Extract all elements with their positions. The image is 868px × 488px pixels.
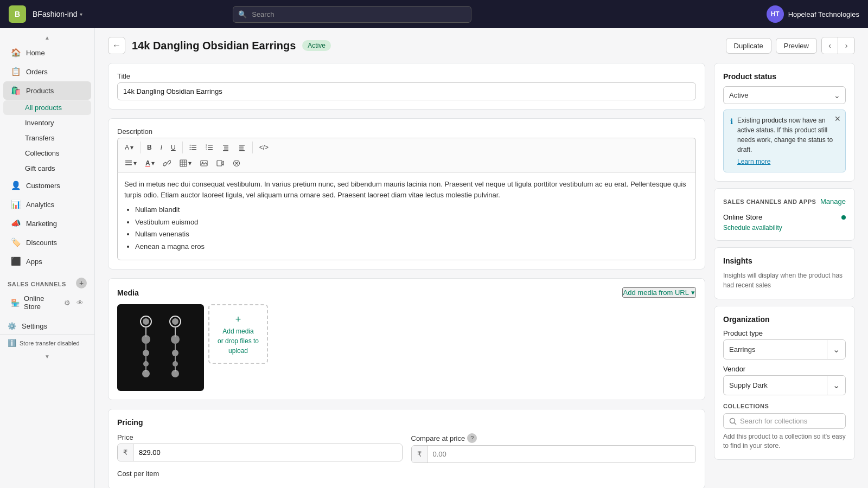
info-circle-icon: ℹ️: [8, 339, 16, 347]
compare-price-col: Compare at price ? ₹: [411, 433, 697, 463]
next-product-button[interactable]: ›: [838, 37, 854, 54]
bullet-4: Aenean a magna eros: [135, 241, 689, 252]
sidebar-sub-inventory[interactable]: Inventory: [3, 115, 91, 130]
svg-rect-20: [125, 160, 132, 162]
sidebar-sub-transfers[interactable]: Transfers: [3, 131, 91, 145]
info-icon: ℹ: [730, 116, 733, 166]
online-store-channel-label: Online Store: [723, 213, 762, 221]
info-banner-text: Existing products now have an active sta…: [737, 117, 833, 153]
svg-point-41: [143, 361, 149, 367]
compare-price-help-icon[interactable]: ?: [467, 433, 477, 443]
duplicate-button[interactable]: Duplicate: [726, 38, 771, 54]
media-dropzone[interactable]: + Add media or drop files to upload: [208, 304, 268, 364]
product-image-thumbnail[interactable]: [117, 304, 204, 391]
rte-link-button[interactable]: [159, 157, 175, 170]
product-type-select[interactable]: Earrings: [724, 341, 827, 358]
svg-point-51: [173, 361, 178, 367]
svg-rect-8: [208, 149, 213, 150]
sidebar-item-products[interactable]: 🛍️ Products: [3, 81, 91, 100]
rte-color-button[interactable]: A ▾: [142, 157, 158, 170]
product-status-title: Product status: [723, 72, 846, 81]
product-status-info-banner: ℹ Existing products now have an active s…: [723, 110, 846, 172]
insights-text: Insights will display when the product h…: [723, 271, 846, 290]
insights-title: Insights: [723, 256, 846, 265]
sidebar-item-analytics[interactable]: 📊 Analytics: [3, 195, 91, 214]
settings-icon: ⚙️: [8, 322, 16, 330]
rte-ol-button[interactable]: 123: [202, 140, 217, 155]
rte-table-button[interactable]: ▾: [176, 157, 195, 170]
transfers-label: Transfers: [25, 134, 54, 142]
manage-channels-link[interactable]: Manage: [820, 197, 846, 206]
info-banner-close-button[interactable]: ✕: [834, 114, 841, 123]
schedule-availability-link[interactable]: Schedule availability: [723, 224, 782, 232]
vendor-select[interactable]: Supply Dark: [724, 377, 827, 394]
earring-image: [125, 310, 196, 386]
sidebar-item-customers[interactable]: 👤 Customers: [3, 176, 91, 195]
sidebar-item-orders-label: Orders: [26, 68, 48, 76]
add-sales-channel-button[interactable]: +: [76, 278, 87, 288]
rte-outdent-button[interactable]: [234, 140, 250, 155]
sidebar-item-marketing[interactable]: 📣 Marketing: [3, 214, 91, 233]
settings-item[interactable]: ⚙️ Settings: [0, 318, 94, 334]
online-store-status-dot: [841, 215, 846, 220]
rte-bold-button[interactable]: B: [143, 140, 156, 155]
bullet-1: Nullam blandit: [135, 204, 689, 215]
search-input[interactable]: [233, 6, 471, 23]
add-media-url-button[interactable]: Add media from URL ▾: [622, 287, 696, 298]
scroll-up-indicator: ▲: [0, 33, 94, 43]
rte-align-button[interactable]: ▾: [121, 157, 141, 170]
learn-more-link[interactable]: Learn more: [737, 157, 839, 166]
cost-per-item-section: Cost per item: [117, 470, 696, 478]
rte-indent-button[interactable]: [218, 140, 233, 155]
svg-rect-23: [180, 160, 187, 166]
prev-product-button[interactable]: ‹: [822, 37, 838, 54]
price-label: Price: [117, 433, 403, 441]
sidebar-item-orders[interactable]: 📋 Orders: [3, 62, 91, 81]
svg-rect-22: [125, 164, 132, 165]
online-store-eye-icon[interactable]: 👁: [76, 299, 84, 307]
rte-image-button[interactable]: [196, 157, 212, 170]
sidebar-item-discounts[interactable]: 🏷️ Discounts: [3, 233, 91, 252]
rte-italic-button[interactable]: I: [157, 140, 166, 155]
svg-point-39: [143, 350, 149, 356]
online-store-settings-icon[interactable]: ⚙: [64, 299, 71, 306]
sales-channels-header: SALES CHANNELS AND APPS Manage: [723, 197, 846, 206]
sidebar-item-apps[interactable]: ⬛ Apps: [3, 252, 91, 271]
price-col: Price ₹: [117, 433, 403, 463]
compare-price-input[interactable]: [427, 446, 696, 463]
rte-ul-button[interactable]: [186, 140, 201, 155]
description-editor[interactable]: Sed in metus nec dui consequat vestibulu…: [117, 172, 696, 260]
product-type-select-wrapper: Earrings ⌄: [723, 339, 846, 359]
back-button[interactable]: ←: [108, 37, 125, 54]
content-layout: Title Description A ▾ B I: [108, 63, 855, 488]
rte-video-button[interactable]: [213, 157, 228, 170]
sidebar-item-home[interactable]: 🏠 Home: [3, 43, 91, 62]
store-chevron-icon: ▾: [80, 11, 82, 17]
rte-underline-button[interactable]: U: [167, 140, 180, 155]
collections-search-input[interactable]: [740, 417, 840, 425]
svg-rect-16: [239, 145, 245, 146]
sidebar-sub-all-products[interactable]: All products: [3, 100, 91, 115]
rte-code-button[interactable]: </>: [256, 140, 272, 155]
rte-font-button[interactable]: A ▾: [121, 140, 137, 155]
preview-button[interactable]: Preview: [776, 38, 817, 54]
rte-divider2: [182, 142, 183, 153]
sidebar-sub-collections[interactable]: Collections: [3, 146, 91, 160]
collections-search-icon: [729, 418, 737, 425]
price-input[interactable]: [133, 444, 402, 461]
rte-toolbar-row2: ▾ A ▾ ▾: [121, 157, 692, 170]
description-card: Description A ▾ B I U: [108, 118, 705, 269]
svg-rect-13: [224, 147, 228, 148]
organization-title: Organization: [723, 315, 846, 324]
sidebar-online-store[interactable]: 🏪 Online Store ⚙ 👁: [3, 291, 91, 314]
svg-point-43: [142, 370, 150, 377]
store-selector[interactable]: BFashion-ind ▾: [33, 10, 82, 18]
title-input[interactable]: [117, 82, 696, 100]
page-title: 14k Dangling Obsidian Earrings: [132, 40, 296, 52]
status-select[interactable]: Active Draft: [723, 86, 846, 104]
nav-arrows: ‹ ›: [821, 37, 855, 54]
sidebar-sub-gift-cards[interactable]: Gift cards: [3, 161, 91, 176]
right-sidebar: Product status Active Draft ℹ Existing p…: [714, 63, 855, 488]
rte-clear-button[interactable]: [229, 157, 244, 170]
inventory-label: Inventory: [25, 119, 54, 127]
